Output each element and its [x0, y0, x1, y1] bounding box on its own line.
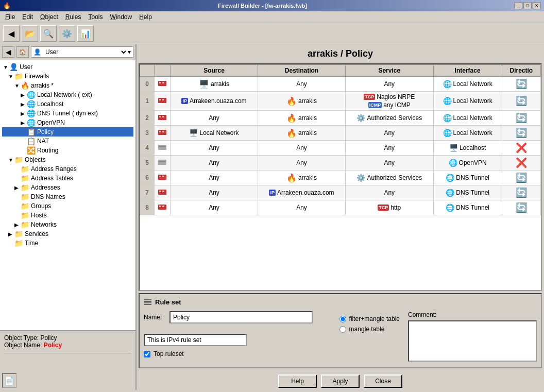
close-button[interactable]: ✕	[533, 2, 541, 9]
expand-openvpn-icon[interactable]: ▶	[21, 120, 27, 126]
object-info-panel: Object Type: Policy Object Name: Policy	[0, 330, 135, 371]
menu-rules[interactable]: Rules	[62, 12, 84, 22]
folder-networks-icon: 📁	[21, 220, 29, 229]
col-direction[interactable]: Directio	[502, 65, 540, 77]
iface-icon-1: 🌐	[443, 97, 452, 105]
expand-objects-icon[interactable]: ▼	[8, 157, 14, 163]
col-source[interactable]: Source	[171, 65, 258, 77]
expand-dns-names-icon	[14, 194, 21, 200]
svg-rect-12	[158, 145, 166, 150]
tree-item-services[interactable]: ▶ 📁 Services	[2, 229, 133, 238]
expand-local-ext-icon[interactable]: ▶	[21, 92, 27, 98]
toolbar-folder-button[interactable]: 📂	[22, 25, 38, 42]
folder-addresses-icon: 📁	[21, 183, 29, 192]
help-button[interactable]: Help	[278, 374, 317, 388]
expand-services-icon[interactable]: ▶	[8, 231, 14, 237]
user-dropdown[interactable]: User	[43, 48, 128, 56]
expand-firewalls-icon[interactable]: ▼	[8, 74, 14, 79]
toolbar-back-button[interactable]: ◀	[3, 25, 20, 42]
menu-window[interactable]: Window	[107, 12, 135, 22]
apply-button[interactable]: Apply	[321, 374, 360, 388]
tcp-badge-8: TCP	[378, 204, 389, 211]
window-controls[interactable]: _ □ ✕	[514, 2, 541, 9]
radio-filter-mangle[interactable]	[339, 316, 346, 322]
tree-label-groups: Groups	[31, 202, 51, 210]
service-cell-4: Any	[346, 141, 434, 156]
tree-container[interactable]: ▼ 👤 User ▼ 📁 Firewalls ▼ 🔥 arrakis * ▶ 🌐…	[0, 60, 135, 330]
checkbox-row: Top ruleset	[144, 350, 313, 357]
toolbar-compile-button[interactable]: 📊	[77, 25, 94, 42]
expand-addr-ranges-icon	[14, 166, 21, 172]
folder-hosts-icon: 📁	[21, 211, 29, 219]
name-input[interactable]	[169, 311, 313, 323]
toolbar-settings-button[interactable]: ⚙️	[59, 25, 75, 42]
col-destination[interactable]: Destination	[258, 65, 346, 77]
expand-time-icon	[8, 241, 14, 246]
tree-item-local-ext[interactable]: ▶ 🌐 Local Network ( ext)	[2, 90, 133, 99]
dest-cell-6: 🔥 arrakis	[258, 171, 346, 185]
tree-item-arrakis[interactable]: ▼ 🔥 arrakis *	[2, 81, 133, 90]
col-service[interactable]: Service	[346, 65, 434, 77]
dest-cell-5: Any	[258, 156, 346, 171]
tree-label-routing: Routing	[37, 147, 58, 154]
tree-item-routing[interactable]: 🔀 Routing	[2, 146, 133, 155]
svg-rect-28	[144, 302, 151, 303]
radio-mangle-label[interactable]: mangle table	[349, 326, 385, 333]
tree-item-networks[interactable]: ▶ 📁 Networks	[2, 220, 133, 229]
tree-item-time[interactable]: 📁 Time	[2, 238, 133, 248]
row-icon-0	[155, 77, 171, 92]
expand-dns-icon[interactable]: ▶	[21, 111, 27, 116]
dir-icon-5: ❌	[516, 158, 527, 168]
tree-item-groups[interactable]: 📁 Groups	[2, 201, 133, 211]
expand-localhost-icon[interactable]: ▶	[21, 101, 27, 107]
tree-label-addr-tables: Address Tables	[31, 175, 73, 182]
top-ruleset-checkbox[interactable]	[144, 351, 150, 357]
expand-networks-icon[interactable]: ▶	[14, 222, 21, 228]
close-button[interactable]: Close	[364, 374, 402, 388]
tree-item-objects[interactable]: ▼ 📁 Objects	[2, 155, 133, 164]
comment-textarea[interactable]	[408, 320, 537, 362]
menu-tools[interactable]: Tools	[85, 12, 106, 22]
tree-item-address-tables[interactable]: 📁 Address Tables	[2, 174, 133, 183]
tree-item-dns-tunnel[interactable]: ▶ 🌐 DNS Tunnel ( dyn ext)	[2, 109, 133, 118]
menu-bar: File Edit Object Rules Tools Window Help	[0, 11, 544, 23]
menu-file[interactable]: File	[2, 12, 18, 22]
top-ruleset-label[interactable]: Top ruleset	[154, 350, 184, 357]
menu-help[interactable]: Help	[136, 12, 155, 22]
tree-item-policy[interactable]: 📋 Policy	[2, 127, 133, 137]
tree-item-address-ranges[interactable]: 📁 Address Ranges	[2, 164, 133, 174]
row-num-2: 2	[140, 111, 155, 126]
expand-arrakis-icon[interactable]: ▼	[14, 83, 21, 89]
menu-edit[interactable]: Edit	[19, 12, 36, 22]
expand-addresses-icon[interactable]: ▶	[14, 185, 21, 191]
user-dropdown-wrapper[interactable]: 👤 User ▾	[31, 46, 133, 58]
radio-filter-mangle-label[interactable]: filter+mangle table	[349, 315, 400, 322]
menu-object[interactable]: Object	[37, 12, 61, 22]
bottom-doc-icon[interactable]: 📄	[2, 373, 16, 388]
restore-button[interactable]: □	[523, 2, 532, 9]
nav-home-button[interactable]: 🏠	[16, 46, 29, 58]
rules-table-container[interactable]: Source Destination Service Interface Dir…	[139, 63, 542, 291]
minimize-button[interactable]: _	[514, 2, 522, 9]
nav-back-button[interactable]: ◀	[2, 46, 14, 58]
tree-label-local-ext: Local Network ( ext)	[37, 91, 92, 98]
tree-item-addresses[interactable]: ▶ 📁 Addresses	[2, 183, 133, 192]
toolbar-search-button[interactable]: 🔍	[40, 25, 57, 42]
folder-addr-ranges-icon: 📁	[21, 165, 29, 173]
tree-item-openvpn[interactable]: ▶ 🌐 OpenVPN	[2, 118, 133, 127]
tree-item-dns-names[interactable]: 📁 DNS Names	[2, 192, 133, 201]
expand-user-icon[interactable]: ▼	[3, 64, 9, 70]
tree-item-hosts[interactable]: 📁 Hosts	[2, 211, 133, 220]
folder-objects-icon: 📁	[14, 156, 23, 164]
dest-icon-1: 🔥	[286, 96, 297, 106]
ipv-select[interactable]: This is IPv4 rule set This is IPv6 rule …	[144, 334, 247, 346]
source-icon-0: 🖥️	[199, 79, 209, 89]
tree-label-nat: NAT	[37, 138, 49, 145]
col-interface[interactable]: Interface	[433, 65, 502, 77]
radio-mangle[interactable]	[339, 326, 346, 333]
object-name-label: Object Name:	[4, 342, 42, 349]
tree-item-firewalls[interactable]: ▼ 📁 Firewalls	[2, 72, 133, 81]
tree-item-nat[interactable]: 📋 NAT	[2, 137, 133, 146]
tree-item-user[interactable]: ▼ 👤 User	[2, 62, 133, 72]
tree-item-localhost[interactable]: ▶ 🌐 Localhost	[2, 99, 133, 109]
